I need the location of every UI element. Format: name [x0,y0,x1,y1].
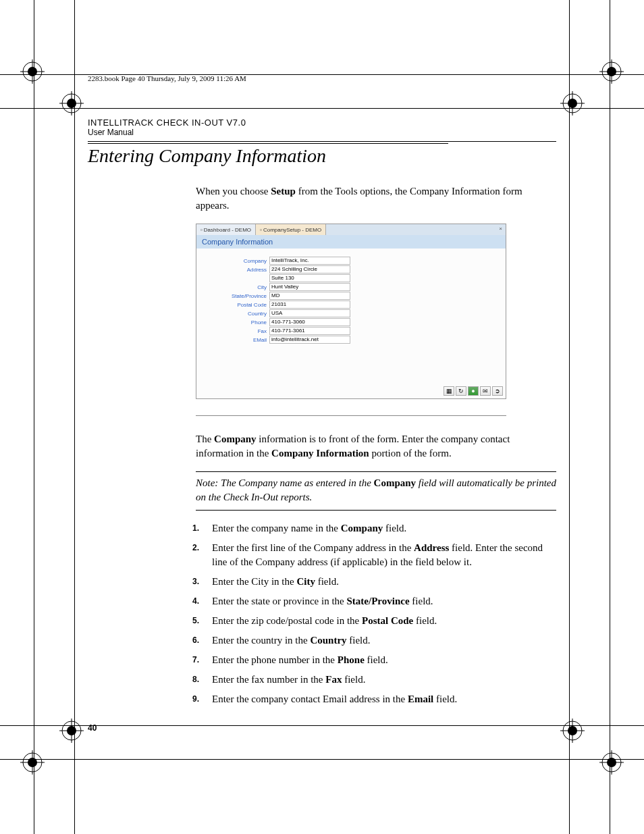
registration-mark-icon [59,719,84,743]
step-item: Enter the phone number in the Phone fiel… [196,653,556,667]
tab-dashboard[interactable]: ▫ Dashboard - DEMO [196,224,256,235]
toolbar: ▦ ↻ ● ✉ ➲ [444,386,503,396]
note-rule-bottom [196,510,556,511]
form-label: EMail [209,337,269,343]
step-item: Enter the first line of the Company addr… [196,541,556,569]
form-row: Postal Code21031 [209,301,493,309]
title-rule [88,143,448,144]
step-item: Enter the zip code/postal code in the Po… [196,614,556,628]
steps-list: Enter the company name in the Company fi… [196,521,556,706]
form-input[interactable]: MD [269,292,350,300]
form-label: Phone [209,319,269,325]
form-row: Address224 Schilling Circle [209,265,493,273]
intro-paragraph: When you choose Setup from the Tools opt… [196,184,556,213]
registration-mark-icon [599,59,624,84]
section-title: Entering Company Information [88,145,556,167]
form-label: Country [209,311,269,317]
registration-mark-icon [599,750,624,775]
registration-mark-icon [20,750,45,775]
body-text: When you choose Setup from the Tools opt… [196,184,556,213]
form-row: State/ProvinceMD [209,292,493,300]
close-icon[interactable]: × [495,224,506,235]
form-label: Company [209,258,269,264]
form-row: CountryUSA [209,309,493,317]
registration-mark-icon [560,91,585,115]
form-label: Postal Code [209,302,269,308]
step-item: Enter the company contact Email address … [196,692,556,706]
form-input[interactable]: Hunt Valley [269,283,350,291]
mail-icon[interactable]: ✉ [480,386,491,396]
page-number: 40 [88,723,97,733]
exit-icon[interactable]: ➲ [492,386,503,396]
step-item: Enter the City in the City field. [196,575,556,589]
form-input[interactable]: IntelliTrack, Inc. [269,257,350,265]
form-input[interactable]: 224 Schilling Circle [269,265,350,273]
company-info-paragraph: The Company information is to front of t… [196,432,556,461]
form-label: State/Province [209,293,269,299]
form-input[interactable]: USA [269,309,350,317]
form-row: EMailinfo@intellitrack.net [209,336,493,344]
form-label: Fax [209,328,269,334]
page-icon: ▫ [200,227,203,233]
screenshot-rule [196,415,506,416]
running-header: 2283.book Page 40 Thursday, July 9, 2009… [88,74,556,82]
tab-strip: ▫ Dashboard - DEMO ▫ CompanySetup - DEMO… [196,224,506,235]
page-icon: ▫ [260,227,262,233]
form-input[interactable]: info@intellitrack.net [269,336,350,344]
doc-title: INTELLITRACK CHECK IN-OUT V7.0 [88,118,556,128]
note-block: Note: The Company name as entered in the… [196,476,556,504]
form-row: CompanyIntelliTrack, Inc. [209,257,493,265]
step-item: Enter the state or province in the State… [196,594,556,608]
grid-icon[interactable]: ▦ [444,386,454,396]
refresh-icon[interactable]: ↻ [456,386,466,396]
form-title: Company Information [196,235,506,249]
registration-mark-icon [59,91,84,115]
body-text-2: The Company information is to front of t… [196,432,556,706]
header-rule [88,141,556,142]
form-input[interactable]: 21031 [269,301,350,309]
globe-icon[interactable]: ● [468,386,479,396]
registration-mark-icon [560,719,585,743]
form-input[interactable]: 410-771-3061 [269,327,350,335]
step-item: Enter the fax number in the Fax field. [196,673,556,687]
doc-subtitle: User Manual [88,128,556,137]
tab-company-setup[interactable]: ▫ CompanySetup - DEMO [256,224,326,235]
form-row: Phone410-771-3060 [209,318,493,326]
step-item: Enter the country in the Country field. [196,633,556,648]
step-item: Enter the company name in the Company fi… [196,521,556,536]
form-label: Address [209,267,269,273]
form-row: CityHunt Valley [209,283,493,291]
form-row: Fax410-771-3061 [209,327,493,335]
form-body: CompanyIntelliTrack, Inc.Address224 Schi… [196,249,506,353]
registration-mark-icon [20,59,45,84]
embedded-screenshot: ▫ Dashboard - DEMO ▫ CompanySetup - DEMO… [196,224,506,399]
form-label: City [209,284,269,290]
form-input[interactable]: 410-771-3060 [269,318,350,326]
note-rule-top [196,471,556,472]
page-content: 2283.book Page 40 Thursday, July 9, 2009… [88,74,556,712]
form-input[interactable]: Suite 130 [269,274,350,282]
form-row: Suite 130 [209,274,493,282]
